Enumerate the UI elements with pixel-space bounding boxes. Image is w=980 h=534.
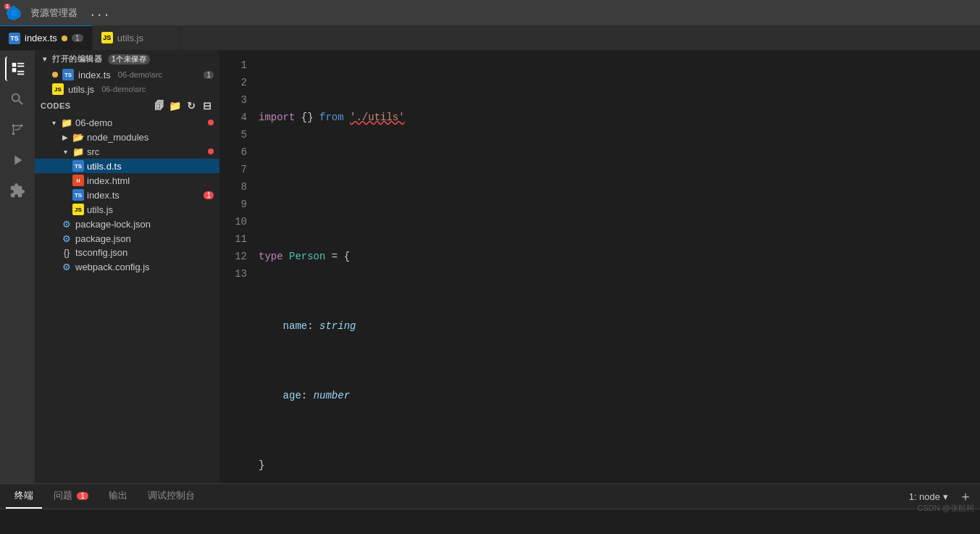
code-token: [344, 109, 350, 126]
folder-icon-src: 📁: [72, 146, 84, 157]
open-editor-index-ts[interactable]: TS index.ts 06-demo\src 1: [35, 67, 219, 82]
activity-git[interactable]: [5, 117, 30, 142]
panel-tab-problems[interactable]: 问题 1: [45, 484, 97, 509]
folder-name: src: [87, 146, 99, 157]
panel-tab-debug-console[interactable]: 调试控制台: [139, 484, 204, 509]
tab-label-index-ts: index.ts: [25, 33, 57, 43]
file-package-lock-json[interactable]: ⚙ package-lock.json: [35, 217, 219, 231]
activity-search[interactable]: [5, 87, 30, 112]
open-editors-chevron: ▾: [41, 55, 49, 64]
ts-icon: TS: [62, 69, 74, 80]
keyword-import: import: [259, 109, 295, 126]
activity-run[interactable]: [5, 148, 30, 172]
file-name: package.json: [75, 233, 131, 244]
file-tsconfig-json[interactable]: {} tsconfig.json: [35, 246, 219, 259]
notification-dot: 1: [4, 4, 10, 9]
editor-path: 06-demo\src: [101, 85, 146, 93]
code-token: }: [259, 456, 264, 474]
panel-tab-output[interactable]: 输出: [100, 484, 136, 509]
code-line-2: [256, 178, 980, 196]
panel-tab-terminal[interactable]: 终端: [6, 484, 42, 509]
unsaved-indicator: [52, 72, 58, 78]
file-webpack-config[interactable]: ⚙ webpack.config.js: [35, 259, 219, 274]
code-line-1: import {} from './utils': [256, 109, 980, 126]
keyword-type: type: [259, 248, 283, 265]
tab-index-ts[interactable]: TS index.ts 1: [0, 25, 93, 50]
code-line-3: type Person = {: [256, 248, 980, 265]
code-token: [283, 248, 289, 265]
file-utils-js[interactable]: JS utils.js: [35, 202, 219, 217]
file-name: index.html: [87, 175, 130, 186]
js-icon: JS: [52, 83, 64, 95]
file-index-html[interactable]: H index.html: [35, 173, 219, 188]
file-utils-d-ts[interactable]: TS utils.d.ts: [35, 159, 219, 173]
code-indent: [259, 387, 283, 404]
file-index-ts[interactable]: TS index.ts 1: [35, 188, 219, 202]
tab-label-utils-js: utils.js: [117, 33, 143, 43]
folder-src[interactable]: ▾ 📁 src: [35, 144, 219, 159]
file-package-json[interactable]: ⚙ package.json: [35, 231, 219, 246]
unsaved-dot: [62, 36, 67, 41]
string-utils: './utils': [350, 109, 405, 126]
svg-point-2: [12, 125, 15, 128]
editor-path: 06-demo\src: [118, 70, 162, 79]
folder-chevron: ▾: [49, 118, 58, 127]
ts-file-icon: TS: [72, 189, 84, 201]
open-editor-utils-js[interactable]: JS utils.js 06-demo\src: [35, 82, 219, 96]
tab-utils-js[interactable]: JS utils.js: [93, 25, 180, 50]
node-selector[interactable]: 1: node ▾: [903, 490, 954, 504]
open-editors-header[interactable]: ▾ 打开的编辑器 1个未保存: [35, 51, 219, 67]
node-label: 1: node: [909, 491, 940, 502]
unsaved-badge: 1个未保存: [108, 54, 150, 64]
error-dot: [208, 149, 214, 154]
panel-tab-label: 输出: [109, 489, 127, 502]
tab-bar: TS index.ts 1 JS utils.js: [0, 25, 980, 51]
folder-name: node_modules: [87, 132, 148, 143]
js-file-icon: JS: [72, 204, 84, 215]
bottom-panel: 终端 问题 1 输出 调试控制台 1: node ▾ ＋: [0, 483, 980, 534]
folder-icon: 📂: [72, 131, 84, 143]
editor-filename: utils.js: [68, 84, 94, 95]
code-token: {}: [295, 109, 319, 126]
ts-file-icon: TS: [9, 33, 20, 44]
code-line-5: age : number: [256, 387, 980, 404]
file-name: utils.js: [87, 204, 113, 215]
refresh-btn[interactable]: ↻: [185, 99, 198, 112]
new-folder-btn[interactable]: 📁: [169, 99, 182, 112]
title-bar-more[interactable]: ...: [86, 7, 113, 20]
line-numbers: 1 2 3 4 5 6 7 8 9 10 11 12 13: [219, 51, 256, 483]
prop-age: age: [283, 387, 301, 404]
activity-extensions[interactable]: [5, 178, 30, 203]
keyword-from: from: [319, 109, 344, 126]
error-badge: 1: [72, 34, 83, 42]
folder-06-demo[interactable]: ▾ 📁 06-demo: [35, 115, 219, 130]
json-icon: ⚙: [61, 233, 72, 244]
explorer-actions: 🗐 📁 ↻ ⊟: [153, 99, 214, 112]
main-content: ▾ 打开的编辑器 1个未保存 TS index.ts 06-demo\src 1…: [0, 51, 980, 483]
panel-tabs: 终端 问题 1 输出 调试控制台 1: node ▾ ＋: [0, 484, 980, 509]
collapse-btn[interactable]: ⊟: [201, 99, 214, 112]
file-name: index.ts: [87, 190, 120, 201]
json-icon: ⚙: [61, 218, 72, 230]
code-token: :: [301, 387, 314, 404]
title-bar-app-name: 资源管理器: [25, 7, 83, 20]
new-file-btn[interactable]: 🗐: [153, 99, 166, 112]
folder-node-modules[interactable]: ▶ 📂 node_modules: [35, 130, 219, 144]
explorer-header: CODES 🗐 📁 ↻ ⊟: [35, 96, 219, 115]
panel-tab-label: 调试控制台: [148, 489, 195, 502]
title-bar: 1 资源管理器 ...: [0, 0, 980, 25]
folder-chevron: ▾: [61, 147, 70, 156]
code-container[interactable]: 1 2 3 4 5 6 7 8 9 10 11 12 13 import {}: [219, 51, 980, 483]
tsconfig-icon: {}: [61, 247, 72, 258]
explorer-section: CODES 🗐 📁 ↻ ⊟ ▾ 📁 06-demo ▶ 📂: [35, 96, 219, 274]
code-editor[interactable]: import {} from './utils' type Person = {: [256, 51, 980, 483]
code-indent: [259, 317, 283, 335]
problems-badge: 1: [77, 492, 88, 500]
explorer-header-left: CODES: [41, 101, 71, 110]
editor-filename: index.ts: [78, 70, 111, 80]
explorer-label: CODES: [41, 101, 71, 110]
chevron-down-icon: ▾: [943, 491, 948, 502]
error-num: 1: [204, 71, 214, 79]
folder-icon: 📁: [61, 117, 72, 128]
activity-explorer[interactable]: [5, 57, 30, 81]
